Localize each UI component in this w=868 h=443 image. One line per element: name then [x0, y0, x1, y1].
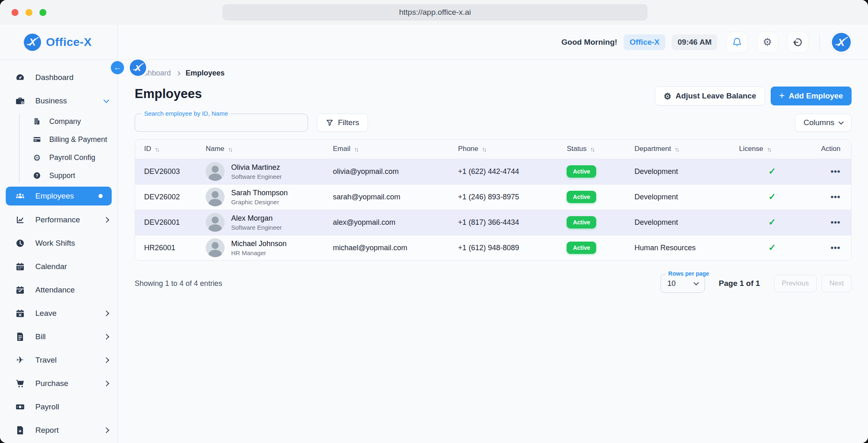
sidebar-item-billing-payment[interactable]: Billing & Payment [0, 130, 117, 148]
column-header-status[interactable]: Status↑↓ [562, 139, 629, 159]
gear-icon: ⚙ [33, 153, 41, 162]
sort-icon[interactable]: ↑↓ [590, 146, 594, 153]
cell-email: olivia@yopmail.com [328, 159, 453, 184]
sort-icon[interactable]: ↑↓ [675, 146, 678, 153]
search-field: Search employee by ID, Name [135, 114, 308, 132]
chevron-down-icon [693, 280, 699, 285]
row-actions-button[interactable]: ••• [831, 218, 840, 227]
employee-name: Olivia Martinez [231, 163, 282, 172]
column-header-license[interactable]: License↑↓ [734, 139, 810, 159]
sidebar-item-payroll[interactable]: Payroll [0, 395, 117, 418]
chart-icon [15, 215, 25, 225]
employees-table-card: ID↑↓ Name↑↓ Email↑↓ Phone↑↓ Status↑↓ Dep… [135, 139, 852, 261]
chevron-right-icon [103, 357, 109, 363]
next-page-button[interactable]: Next [822, 275, 852, 292]
cell-id: DEV26001 [135, 210, 201, 235]
sidebar-item-attendance[interactable]: Attendance [0, 278, 117, 301]
employee-role: HR Manager [231, 249, 287, 256]
cell-department: Development [629, 210, 734, 235]
chevron-down-icon [103, 97, 109, 103]
check-icon: ✓ [768, 192, 776, 202]
sidebar-nav: Dashboard Business Company [0, 60, 118, 443]
sidebar-item-performance[interactable]: Performance [0, 208, 117, 231]
column-header-phone[interactable]: Phone↑↓ [453, 139, 562, 159]
chevron-right-icon [103, 380, 109, 386]
sidebar-item-payroll-config[interactable]: ⚙ Payroll Config [0, 148, 117, 167]
bell-icon [732, 37, 742, 48]
maximize-window-button[interactable] [39, 9, 46, 16]
close-window-button[interactable] [11, 9, 18, 16]
employee-name: Michael Johnson [231, 240, 287, 248]
column-header-email[interactable]: Email↑↓ [328, 139, 453, 159]
sidebar-item-employees[interactable]: Employees [6, 187, 112, 206]
sidebar-item-label: Leave [35, 309, 94, 318]
employee-avatar [206, 238, 225, 257]
row-actions-button[interactable]: ••• [831, 243, 840, 252]
table-row[interactable]: DEV26003 Olivia MartinezSoftware Enginee… [135, 159, 851, 184]
sidebar-item-label: Attendance [35, 285, 108, 295]
sidebar-item-report[interactable]: Report [0, 418, 117, 442]
sidebar-collapse-button[interactable]: ← [110, 60, 125, 75]
sidebar-item-work-shifts[interactable]: Work Shifts [0, 231, 117, 255]
dashboard-icon [15, 73, 25, 82]
cell-id: HR26001 [135, 235, 201, 260]
sort-icon[interactable]: ↑↓ [228, 146, 232, 153]
sidebar-item-travel[interactable]: ✈ Travel [0, 348, 117, 372]
row-actions-button[interactable]: ••• [831, 192, 840, 201]
help-icon: ? [33, 171, 41, 180]
sort-icon[interactable]: ↑↓ [482, 146, 486, 153]
mini-logo-badge[interactable]: X [128, 57, 148, 78]
add-employee-button[interactable]: + Add Employee [771, 87, 852, 105]
table-row[interactable]: DEV26001 Alex MorganSoftware Engineer al… [135, 210, 851, 235]
office-x-logo-icon: X [24, 34, 41, 51]
notifications-button[interactable] [726, 32, 748, 53]
cell-email: michael@yopmail.com [328, 235, 453, 260]
adjust-leave-balance-button[interactable]: ⚙ Adjust Leave Balance [655, 87, 765, 105]
sidebar-item-purchase[interactable]: Purchase [0, 372, 117, 395]
filters-button[interactable]: Filters [317, 114, 368, 132]
status-badge: Active [567, 242, 596, 254]
sort-icon[interactable]: ↑↓ [155, 146, 158, 153]
employee-name: Alex Morgan [231, 214, 282, 223]
company-badge[interactable]: Office-X [624, 34, 665, 50]
sort-icon[interactable]: ↑↓ [767, 146, 771, 153]
previous-page-button[interactable]: Previous [774, 275, 817, 292]
sidebar-item-bill[interactable]: Bill [0, 325, 117, 348]
column-header-department[interactable]: Department↑↓ [629, 139, 734, 159]
sidebar-item-label: Report [35, 426, 94, 435]
sidebar-item-leave[interactable]: Leave [0, 301, 117, 325]
sidebar-item-dashboard[interactable]: Dashboard [0, 66, 117, 89]
sidebar-item-label: Performance [35, 215, 94, 224]
table-header-row: ID↑↓ Name↑↓ Email↑↓ Phone↑↓ Status↑↓ Dep… [135, 139, 851, 159]
sidebar-item-company[interactable]: Company [0, 112, 117, 130]
table-row[interactable]: HR26001 Michael JohnsonHR Manager michae… [135, 235, 851, 260]
cell-id: DEV26002 [135, 184, 201, 210]
table-row[interactable]: DEV26002 Sarah ThompsonGraphic Designer … [135, 184, 851, 210]
columns-button[interactable]: Columns [795, 114, 852, 132]
minimize-window-button[interactable] [25, 9, 32, 16]
user-avatar[interactable]: X [830, 31, 852, 53]
sidebar-item-label: Support [49, 171, 75, 180]
brand-logo[interactable]: X Office-X [24, 34, 92, 51]
logout-button[interactable] [787, 32, 808, 53]
entries-summary: Showing 1 to 4 of 4 entries [135, 279, 222, 288]
column-header-id[interactable]: ID↑↓ [135, 139, 201, 159]
address-bar[interactable]: https://app.office-x.ai [223, 4, 648, 21]
settings-button[interactable]: ⚙ [757, 32, 778, 53]
sort-icon[interactable]: ↑↓ [354, 146, 358, 153]
row-actions-button[interactable]: ••• [831, 167, 840, 176]
status-badge: Active [567, 216, 596, 228]
rows-per-page-select[interactable]: Rows per page 10 [661, 274, 705, 293]
sidebar-item-calendar[interactable]: Calendar [0, 255, 117, 278]
sidebar-item-business[interactable]: Business [0, 89, 117, 112]
arrow-left-icon: ← [114, 63, 122, 72]
sidebar-item-support[interactable]: ? Support [0, 167, 117, 185]
employee-name: Sarah Thompson [231, 189, 288, 197]
avatar-x-icon: X [832, 33, 851, 52]
building-icon [33, 117, 41, 126]
table-footer: Showing 1 to 4 of 4 entries Rows per pag… [135, 274, 852, 293]
chevron-right-icon [103, 310, 109, 316]
cell-phone: +1 (817) 366-4434 [453, 210, 562, 235]
column-header-name[interactable]: Name↑↓ [201, 139, 328, 159]
employee-role: Software Engineer [231, 173, 282, 180]
